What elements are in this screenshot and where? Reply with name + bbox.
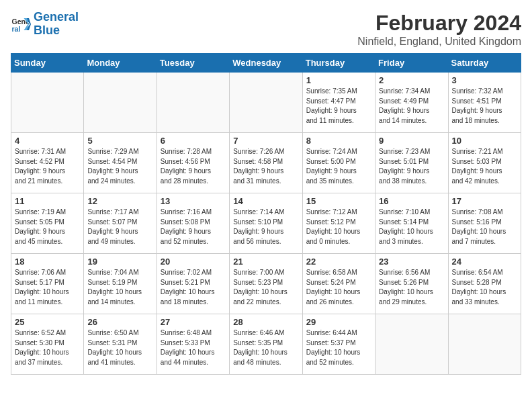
day-info: Sunrise: 7:28 AM Sunset: 4:56 PM Dayligh… [161,147,226,186]
weekday-header-saturday: Saturday [448,54,521,73]
day-info: Sunrise: 7:10 AM Sunset: 5:14 PM Dayligh… [379,208,444,246]
title-section: February 2024 Ninfield, England, United … [357,11,521,48]
day-number: 16 [379,196,444,206]
day-number: 27 [161,317,226,327]
calendar-week-4: 18Sunrise: 7:06 AM Sunset: 5:17 PM Dayli… [11,254,521,314]
day-info: Sunrise: 7:26 AM Sunset: 4:58 PM Dayligh… [233,147,298,186]
calendar-cell: 17Sunrise: 7:08 AM Sunset: 5:16 PM Dayli… [448,193,521,254]
weekday-header-tuesday: Tuesday [157,54,229,73]
day-info: Sunrise: 7:34 AM Sunset: 4:49 PM Dayligh… [379,87,444,126]
calendar-cell: 5Sunrise: 7:29 AM Sunset: 4:54 PM Daylig… [84,133,157,193]
svg-text:ral: ral [12,24,21,32]
day-number: 12 [87,196,152,206]
calendar-cell: 7Sunrise: 7:26 AM Sunset: 4:58 PM Daylig… [230,133,302,193]
day-info: Sunrise: 7:19 AM Sunset: 5:05 PM Dayligh… [15,208,80,246]
day-number: 28 [233,317,298,327]
calendar-cell: 10Sunrise: 7:21 AM Sunset: 5:03 PM Dayli… [448,133,521,193]
calendar-week-2: 4Sunrise: 7:31 AM Sunset: 4:52 PM Daylig… [11,133,521,193]
day-info: Sunrise: 7:14 AM Sunset: 5:10 PM Dayligh… [233,208,298,246]
day-number: 17 [452,196,517,206]
calendar-week-3: 11Sunrise: 7:19 AM Sunset: 5:05 PM Dayli… [11,193,521,254]
day-info: Sunrise: 7:29 AM Sunset: 4:54 PM Dayligh… [87,147,152,186]
weekday-header-sunday: Sunday [11,54,84,73]
calendar-cell: 26Sunrise: 6:50 AM Sunset: 5:31 PM Dayli… [84,314,157,375]
day-number: 14 [233,196,298,206]
day-number: 8 [306,136,371,146]
day-number: 22 [306,257,371,267]
day-number: 2 [379,75,444,85]
header: Gene ral General Blue February 2024 Ninf… [11,11,521,48]
calendar-cell: 9Sunrise: 7:23 AM Sunset: 5:01 PM Daylig… [375,133,448,193]
calendar-cell [375,314,448,375]
day-info: Sunrise: 7:06 AM Sunset: 5:17 PM Dayligh… [15,268,80,307]
day-info: Sunrise: 7:04 AM Sunset: 5:19 PM Dayligh… [87,268,152,307]
day-info: Sunrise: 7:02 AM Sunset: 5:21 PM Dayligh… [161,268,226,307]
day-info: Sunrise: 7:23 AM Sunset: 5:01 PM Dayligh… [379,147,444,186]
calendar-cell: 20Sunrise: 7:02 AM Sunset: 5:21 PM Dayli… [157,254,229,314]
calendar-cell: 14Sunrise: 7:14 AM Sunset: 5:10 PM Dayli… [230,193,302,254]
calendar-cell: 19Sunrise: 7:04 AM Sunset: 5:19 PM Dayli… [84,254,157,314]
calendar-cell: 18Sunrise: 7:06 AM Sunset: 5:17 PM Dayli… [11,254,84,314]
calendar-cell: 15Sunrise: 7:12 AM Sunset: 5:12 PM Dayli… [302,193,375,254]
day-info: Sunrise: 6:46 AM Sunset: 5:35 PM Dayligh… [233,328,298,367]
calendar-cell [84,73,157,133]
calendar-cell: 22Sunrise: 6:58 AM Sunset: 5:24 PM Dayli… [302,254,375,314]
weekday-header-monday: Monday [84,54,157,73]
calendar-cell: 2Sunrise: 7:34 AM Sunset: 4:49 PM Daylig… [375,73,448,133]
calendar-cell [11,73,84,133]
day-number: 5 [87,136,152,146]
day-info: Sunrise: 7:35 AM Sunset: 4:47 PM Dayligh… [306,87,371,126]
day-number: 10 [452,136,517,146]
day-number: 26 [87,317,152,327]
calendar-cell: 1Sunrise: 7:35 AM Sunset: 4:47 PM Daylig… [302,73,375,133]
day-number: 9 [379,136,444,146]
month-title: February 2024 [357,11,521,36]
day-number: 6 [161,136,226,146]
calendar-cell: 29Sunrise: 6:44 AM Sunset: 5:37 PM Dayli… [302,314,375,375]
calendar-cell [157,73,229,133]
day-info: Sunrise: 6:48 AM Sunset: 5:33 PM Dayligh… [161,328,226,367]
day-number: 13 [161,196,226,206]
location-title: Ninfield, England, United Kingdom [357,36,521,48]
day-info: Sunrise: 7:00 AM Sunset: 5:23 PM Dayligh… [233,268,298,307]
day-info: Sunrise: 6:54 AM Sunset: 5:28 PM Dayligh… [452,268,517,307]
calendar-cell: 13Sunrise: 7:16 AM Sunset: 5:08 PM Dayli… [157,193,229,254]
weekday-header-thursday: Thursday [302,54,375,73]
calendar-cell: 6Sunrise: 7:28 AM Sunset: 4:56 PM Daylig… [157,133,229,193]
day-info: Sunrise: 6:50 AM Sunset: 5:31 PM Dayligh… [87,328,152,367]
day-number: 11 [15,196,80,206]
day-info: Sunrise: 6:56 AM Sunset: 5:26 PM Dayligh… [379,268,444,307]
logo-icon: Gene ral [11,14,31,34]
calendar-cell: 24Sunrise: 6:54 AM Sunset: 5:28 PM Dayli… [448,254,521,314]
calendar-cell [448,314,521,375]
calendar-cell: 21Sunrise: 7:00 AM Sunset: 5:23 PM Dayli… [230,254,302,314]
calendar-cell: 16Sunrise: 7:10 AM Sunset: 5:14 PM Dayli… [375,193,448,254]
calendar-cell: 23Sunrise: 6:56 AM Sunset: 5:26 PM Dayli… [375,254,448,314]
day-info: Sunrise: 6:52 AM Sunset: 5:30 PM Dayligh… [15,328,80,367]
day-number: 18 [15,257,80,267]
day-number: 3 [452,75,517,85]
day-number: 4 [15,136,80,146]
day-number: 20 [161,257,226,267]
day-number: 21 [233,257,298,267]
day-info: Sunrise: 6:58 AM Sunset: 5:24 PM Dayligh… [306,268,371,307]
calendar-cell: 8Sunrise: 7:24 AM Sunset: 5:00 PM Daylig… [302,133,375,193]
calendar-cell: 4Sunrise: 7:31 AM Sunset: 4:52 PM Daylig… [11,133,84,193]
logo-line1: General Blue [34,11,79,38]
day-number: 24 [452,257,517,267]
day-number: 25 [15,317,80,327]
day-number: 7 [233,136,298,146]
calendar-cell: 11Sunrise: 7:19 AM Sunset: 5:05 PM Dayli… [11,193,84,254]
day-info: Sunrise: 7:16 AM Sunset: 5:08 PM Dayligh… [161,208,226,246]
day-info: Sunrise: 7:31 AM Sunset: 4:52 PM Dayligh… [15,147,80,186]
day-number: 19 [87,257,152,267]
logo: Gene ral General Blue [11,11,79,38]
day-number: 29 [306,317,371,327]
day-number: 15 [306,196,371,206]
weekday-header-friday: Friday [375,54,448,73]
calendar-cell [230,73,302,133]
calendar-table: SundayMondayTuesdayWednesdayThursdayFrid… [11,53,521,375]
calendar-week-5: 25Sunrise: 6:52 AM Sunset: 5:30 PM Dayli… [11,314,521,375]
calendar-cell: 3Sunrise: 7:32 AM Sunset: 4:51 PM Daylig… [448,73,521,133]
calendar-cell: 12Sunrise: 7:17 AM Sunset: 5:07 PM Dayli… [84,193,157,254]
